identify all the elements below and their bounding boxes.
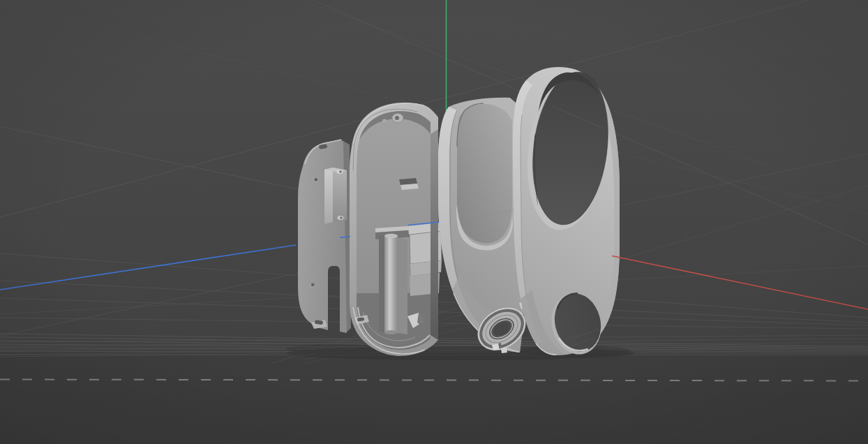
battery-top-cap: [384, 234, 398, 238]
hinge-boss-hole: [340, 216, 343, 219]
main-housing[interactable]: [350, 103, 442, 356]
front-cover[interactable]: [513, 67, 620, 360]
hinge-block[interactable]: [324, 168, 347, 224]
3d-viewport[interactable]: [0, 0, 868, 444]
battery-bottom-cap: [384, 330, 398, 334]
hinge-boss-hole: [339, 170, 342, 173]
back-plate[interactable]: [298, 140, 351, 333]
housing-right-edge: [431, 129, 438, 340]
battery-gap-strip: [379, 235, 384, 333]
viewport-canvas[interactable]: [0, 0, 868, 444]
battery-cylinder: [384, 236, 398, 333]
ground-plane: [0, 353, 868, 444]
housing-screw-boss-hole: [395, 116, 399, 120]
mid-frame-opening: [457, 104, 512, 243]
hinge-block-right-face: [333, 168, 347, 222]
inner-column: [398, 238, 407, 334]
housing-small-boss: [382, 119, 387, 123]
hinge-block-left-face: [324, 168, 333, 224]
screw-hole: [315, 178, 318, 182]
screw-hole: [311, 283, 315, 287]
